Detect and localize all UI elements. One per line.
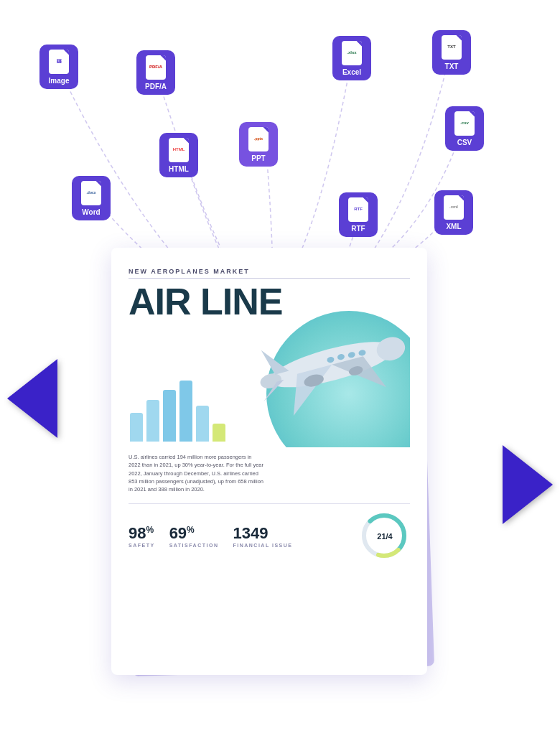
bar-chart (130, 377, 225, 442)
badge-image-label: Image (49, 77, 70, 85)
stat-financial-label: FINANCIAL ISSUE (233, 543, 292, 548)
stat-safety-label: SAFETY (129, 543, 155, 548)
doc-body-text: U.S. airlines carried 194 million more p… (129, 453, 265, 493)
file-icon-excel: .xlsx (342, 41, 362, 65)
bar-6 (213, 424, 225, 442)
badge-xml-label: XML (446, 223, 461, 230)
stat-financial: 1349 FINANCIAL ISSUE (233, 526, 292, 548)
bar-5 (196, 406, 209, 442)
badge-txt-label: TXT (445, 62, 459, 70)
file-icon-html: HTML (169, 138, 189, 162)
file-icon-pdfa: PDF/A (146, 55, 166, 80)
stat-safety: 98% SAFETY (129, 526, 155, 548)
bar-3 (163, 390, 176, 442)
badge-ppt: .pptx PPT (239, 122, 278, 167)
doc-subtitle: New Aeroplanes Market (129, 268, 410, 275)
badge-txt: TXT TXT (432, 30, 471, 75)
badge-excel-label: Excel (342, 68, 361, 76)
badge-excel: .xlsx Excel (332, 36, 371, 80)
doc-stats-row: 98% SAFETY 69% SATISFACTION 1349 FINANCI… (129, 503, 410, 561)
bar-1 (130, 413, 143, 442)
badge-xml: .xml XML (434, 190, 473, 235)
badge-pdfa: PDF/A PDF/A (136, 50, 175, 95)
donut-chart: 21/4 (360, 511, 410, 561)
badge-rtf: RTF RTF (339, 192, 378, 237)
file-icon-ppt: .pptx (248, 127, 269, 151)
document-stack: New Aeroplanes Market AIR LINE (111, 248, 442, 714)
arrow-left-icon (7, 359, 57, 438)
badge-rtf-label: RTF (351, 225, 365, 233)
stat-satisfaction-label: SATISFACTION (169, 543, 219, 548)
doc-top-section: New Aeroplanes Market AIR LINE (129, 268, 410, 447)
badge-word-label: Word (82, 208, 100, 216)
badge-html: HTML HTML (159, 133, 198, 177)
badge-word: .docx Word (72, 176, 111, 220)
file-icon-image: 🖼 (49, 50, 69, 74)
badge-ppt-label: PPT (251, 154, 265, 162)
stat-safety-value: 98% (129, 526, 155, 541)
badge-csv-label: CSV (457, 139, 472, 146)
donut-value: 21/4 (377, 532, 392, 541)
file-icon-xml: .xml (444, 195, 464, 220)
bar-4 (179, 381, 192, 442)
file-icon-txt: TXT (442, 35, 462, 60)
file-icon-word: .docx (81, 181, 101, 205)
file-icon-rtf: RTF (348, 197, 368, 222)
badge-csv: .csv CSV (445, 106, 484, 151)
stat-satisfaction: 69% SATISFACTION (169, 526, 219, 548)
doc-title: AIR LINE (129, 283, 410, 320)
badge-image: 🖼 Image (39, 45, 78, 89)
svg-marker-5 (261, 345, 289, 376)
svg-point-0 (266, 332, 398, 396)
doc-divider (129, 278, 410, 279)
stat-satisfaction-value: 69% (169, 526, 219, 541)
badge-html-label: HTML (169, 165, 189, 173)
document-main: New Aeroplanes Market AIR LINE (111, 248, 427, 675)
bar-2 (146, 400, 159, 442)
file-icon-csv: .csv (454, 111, 475, 136)
badge-pdfa-label: PDF/A (145, 83, 167, 90)
arrow-right-icon (503, 445, 553, 524)
stat-financial-value: 1349 (233, 526, 292, 541)
